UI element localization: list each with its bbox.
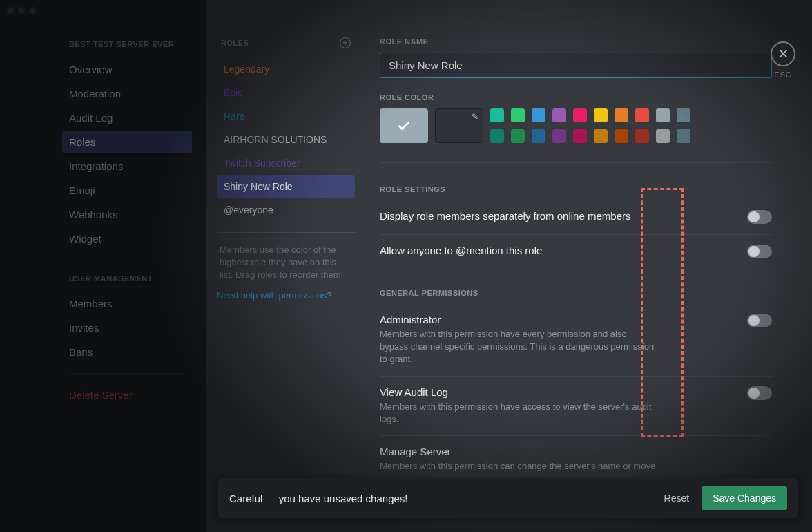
roles-list-column: ROLES + LegendaryEpicRareAIRHORN SOLUTIO… <box>206 0 366 532</box>
setting-mention-label: Allow anyone to @mention this role <box>380 245 542 256</box>
color-swatch[interactable] <box>594 129 608 143</box>
eyedropper-icon: ✎ <box>472 112 478 122</box>
setting-hoist-toggle[interactable] <box>747 210 772 224</box>
color-swatch[interactable] <box>594 108 608 122</box>
esc-label: ESC <box>771 70 795 79</box>
delete-server-button[interactable]: Delete Server <box>62 383 192 406</box>
window-traffic-lights <box>7 7 36 14</box>
roles-hint-text: Members use the color of the highest rol… <box>217 244 355 282</box>
role-item[interactable]: Epic <box>217 82 355 104</box>
role-item[interactable]: Shiny New Role <box>217 175 355 198</box>
role-item[interactable]: Rare <box>217 105 355 127</box>
color-swatch[interactable] <box>573 108 587 122</box>
roles-divider <box>217 232 355 233</box>
nav-item-moderation[interactable]: Moderation <box>62 82 192 105</box>
color-swatch[interactable] <box>490 129 504 143</box>
color-swatch[interactable] <box>635 129 649 143</box>
sidebar-divider <box>69 260 185 260</box>
role-detail-panel: ROLE NAME ROLE COLOR ✎ ROLE SETTINGS Dis… <box>366 0 812 532</box>
server-settings-sidebar: BEST TEST SERVER EVER OverviewModeration… <box>0 0 206 532</box>
role-item[interactable]: @everyone <box>217 199 355 221</box>
role-name-label: ROLE NAME <box>380 37 772 46</box>
save-changes-button[interactable]: Save Changes <box>702 486 787 510</box>
nav-item-webhooks[interactable]: Webhooks <box>62 203 192 226</box>
setting-mention-toggle[interactable] <box>747 245 772 258</box>
nav-item-overview[interactable]: Overview <box>62 58 192 81</box>
color-swatch[interactable] <box>490 108 504 122</box>
close-settings: ✕ ESC <box>771 41 795 79</box>
setting-hoist-label: Display role members separately from onl… <box>380 210 630 222</box>
color-swatch[interactable] <box>635 108 649 122</box>
color-swatch[interactable] <box>511 129 525 143</box>
color-custom-swatch[interactable]: ✎ <box>435 108 483 143</box>
nav-item-bans[interactable]: Bans <box>62 341 192 363</box>
close-button[interactable]: ✕ <box>771 41 795 66</box>
unsaved-text: Careful — you have unsaved changes! <box>229 493 408 504</box>
perm-admin-desc: Members with this permission have every … <box>380 328 656 366</box>
perm-admin-title: Administrator <box>380 314 656 325</box>
permissions-help-link[interactable]: Need help with permissions? <box>217 290 355 301</box>
nav-item-members[interactable]: Members <box>62 292 192 315</box>
role-settings-label: ROLE SETTINGS <box>380 185 772 193</box>
color-swatch[interactable] <box>532 108 545 122</box>
color-swatch[interactable] <box>573 129 587 143</box>
color-swatch[interactable] <box>615 108 628 122</box>
server-name-header: BEST TEST SERVER EVER <box>62 36 192 53</box>
perm-audit-toggle[interactable] <box>747 386 772 400</box>
sidebar-divider <box>69 373 185 374</box>
user-management-header: USER MANAGEMENT <box>62 270 192 287</box>
perm-admin-toggle[interactable] <box>747 314 772 327</box>
role-name-input[interactable] <box>380 53 772 78</box>
color-swatch[interactable] <box>615 129 628 143</box>
perm-audit-title: View Audit Log <box>380 386 656 398</box>
perm-manage-title: Manage Server <box>380 446 655 457</box>
check-icon <box>396 118 412 133</box>
color-swatch[interactable] <box>677 108 690 122</box>
color-swatch[interactable] <box>511 108 525 122</box>
unsaved-changes-bar: Careful — you have unsaved changes! Rese… <box>218 478 798 518</box>
section-divider <box>380 162 772 163</box>
perm-manage-desc: Members with this permission can change … <box>380 460 655 473</box>
color-swatch[interactable] <box>532 129 545 143</box>
role-color-label: ROLE COLOR <box>380 93 772 102</box>
color-swatch[interactable] <box>656 129 670 143</box>
perm-audit-desc: Members with this permission have access… <box>380 401 656 426</box>
nav-item-widget[interactable]: Widget <box>62 227 192 250</box>
roles-header-label: ROLES <box>221 39 249 47</box>
color-swatch[interactable] <box>656 108 670 122</box>
nav-item-integrations[interactable]: Integrations <box>62 155 192 178</box>
nav-item-audit-log[interactable]: Audit Log <box>62 106 192 129</box>
color-default-swatch[interactable] <box>380 108 428 143</box>
add-role-icon[interactable]: + <box>340 37 351 48</box>
nav-item-roles[interactable]: Roles <box>62 131 192 153</box>
nav-item-invites[interactable]: Invites <box>62 316 192 339</box>
color-swatch[interactable] <box>677 129 690 143</box>
general-permissions-label: GENERAL PERMISSIONS <box>380 289 772 297</box>
color-swatch[interactable] <box>552 129 566 143</box>
reset-button[interactable]: Reset <box>664 493 690 504</box>
nav-item-emoji[interactable]: Emoji <box>62 179 192 202</box>
role-item[interactable]: Legendary <box>217 58 355 80</box>
role-item[interactable]: Twitch Subscriber <box>217 152 355 174</box>
color-swatch[interactable] <box>552 108 566 122</box>
role-item[interactable]: AIRHORN SOLUTIONS <box>217 129 355 151</box>
